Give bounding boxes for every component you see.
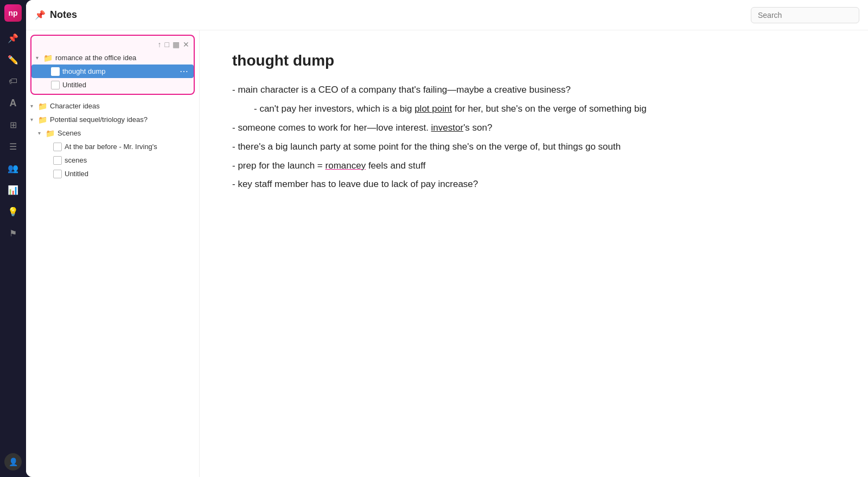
folder-icon-romance: 📁	[43, 54, 53, 62]
tree-menu-thought-dump[interactable]: ⋯	[178, 66, 189, 76]
icon-rail: np 📌 ✏️ 🏷 A ⊞ ☰ 👥 📊 💡 ⚑ 👤	[0, 0, 26, 477]
tree-label-untitled-1: Untitled	[62, 81, 178, 89]
grid-rail-icon[interactable]: ⊞	[3, 115, 23, 134]
tree-label-scenes: Scenes	[58, 129, 184, 137]
tree-arrow-potential-sequel	[30, 117, 38, 123]
flag-rail-icon[interactable]: ⚑	[3, 223, 23, 243]
tree-arrow-character-ideas	[30, 103, 38, 109]
tree-label-thought-dump: thought dump	[62, 67, 178, 75]
note-body: - main character is a CEO of a company t…	[232, 82, 835, 192]
toolbar-grid-icon[interactable]: ▦	[173, 40, 180, 49]
tree-label-romance: romance at the office idea	[55, 54, 178, 62]
note-icon-untitled-2	[53, 170, 62, 178]
tree-label-scenes-note: scenes	[65, 156, 184, 164]
investor-link[interactable]: investor	[431, 123, 464, 133]
sidebar-highlight-box: ↑ □ ▦ ✕ 📁 romance at the office idea ⋯ t	[30, 35, 195, 95]
romancey-link[interactable]: romancey	[326, 160, 366, 171]
tree-arrow-scenes	[38, 130, 46, 136]
bulb-rail-icon[interactable]: 💡	[3, 202, 23, 221]
app-title: Notes	[50, 9, 77, 21]
tree-label-untitled-2: Untitled	[65, 170, 184, 178]
tree-item-potential-sequel[interactable]: 📁 Potential sequel/triology ideas? ⋯	[26, 113, 199, 126]
toolbar-upload-icon[interactable]: ↑	[158, 40, 162, 49]
topbar-pin-icon[interactable]: 📌	[35, 10, 46, 20]
content-row: ↑ □ ▦ ✕ 📁 romance at the office idea ⋯ t	[26, 30, 868, 477]
people-rail-icon[interactable]: 👥	[3, 158, 23, 178]
tree-arrow-romance	[36, 55, 43, 61]
folder-icon-potential-sequel: 📁	[38, 115, 47, 124]
chart-rail-icon[interactable]: 📊	[3, 180, 23, 199]
note-icon-thought-dump	[51, 67, 60, 76]
tree-item-character-ideas[interactable]: 📁 Character ideas ⋯	[26, 99, 199, 113]
tree-item-scenes[interactable]: 📁 Scenes ⋯	[26, 126, 199, 140]
pen-rail-icon[interactable]: ✏️	[3, 50, 23, 69]
tree-item-thought-dump[interactable]: thought dump ⋯	[31, 65, 194, 78]
toolbar-close-icon[interactable]: ✕	[183, 40, 189, 49]
tree-item-untitled-1[interactable]: Untitled ⋯	[31, 78, 194, 92]
folder-icon-character-ideas: 📁	[38, 102, 47, 111]
note-line-2: - can't pay her investors, which is a bi…	[232, 101, 835, 117]
plot-point-link[interactable]: plot point	[414, 104, 452, 114]
text-rail-icon[interactable]: A	[3, 93, 23, 113]
tree-label-potential-sequel: Potential sequel/triology ideas?	[50, 115, 184, 124]
tree-item-untitled-2[interactable]: Untitled ⋯	[26, 167, 199, 181]
note-line-5: - prep for the launch = romancey feels a…	[232, 158, 835, 174]
note-title: thought dump	[232, 52, 835, 69]
sidebar: ↑ □ ▦ ✕ 📁 romance at the office idea ⋯ t	[26, 30, 200, 477]
note-line-6: - key staff member has to leave due to l…	[232, 177, 835, 192]
note-icon-at-the-bar	[53, 143, 62, 151]
tag-rail-icon[interactable]: 🏷	[3, 72, 23, 91]
note-editor: thought dump - main character is a CEO o…	[200, 30, 868, 477]
pin-rail-icon[interactable]: 📌	[3, 28, 23, 48]
tree-label-character-ideas: Character ideas	[50, 102, 184, 110]
note-line-4: - there's a big launch party at some poi…	[232, 139, 835, 155]
note-icon-untitled-1	[51, 81, 60, 89]
folder-icon-scenes: 📁	[46, 129, 55, 138]
note-icon-scenes-note	[53, 156, 62, 165]
tree-item-at-the-bar[interactable]: At the bar before - Mr. Irving's ⋯	[26, 140, 199, 153]
tree-item-romance[interactable]: 📁 romance at the office idea ⋯	[31, 51, 194, 65]
app-logo[interactable]: np	[4, 4, 22, 22]
top-bar: 📌 Notes	[26, 0, 868, 30]
user-avatar[interactable]: 👤	[4, 453, 22, 470]
sidebar-toolbar: ↑ □ ▦ ✕	[31, 38, 194, 51]
main-container: 📌 Notes ↑ □ ▦ ✕ 📁 romance at the office …	[26, 0, 868, 477]
search-input[interactable]	[751, 7, 859, 23]
note-line-3: - someone comes to work for her—love int…	[232, 120, 835, 136]
tree-label-at-the-bar: At the bar before - Mr. Irving's	[65, 143, 184, 151]
toolbar-square-icon[interactable]: □	[165, 40, 169, 49]
menu-rail-icon[interactable]: ☰	[3, 137, 23, 156]
tree-item-scenes-note[interactable]: scenes ⋯	[26, 153, 199, 167]
note-line-1: - main character is a CEO of a company t…	[232, 82, 835, 98]
